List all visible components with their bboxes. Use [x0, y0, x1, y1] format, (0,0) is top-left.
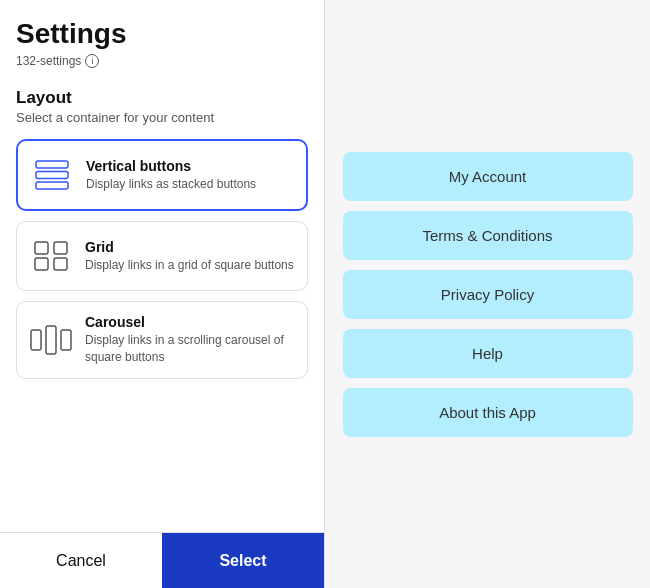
grid-option-desc: Display links in a grid of square button… — [85, 257, 294, 274]
svg-rect-9 — [61, 330, 71, 350]
layout-heading: Layout — [16, 88, 308, 108]
grid-option-text: Grid Display links in a grid of square b… — [85, 239, 294, 274]
preview-button[interactable]: Privacy Policy — [343, 270, 633, 319]
layout-option-grid[interactable]: Grid Display links in a grid of square b… — [16, 221, 308, 291]
grid-option-title: Grid — [85, 239, 294, 255]
grid-icon — [29, 234, 73, 278]
layout-subheading: Select a container for your content — [16, 110, 308, 125]
preview-buttons-container: My AccountTerms & ConditionsPrivacy Poli… — [343, 152, 633, 437]
preview-button[interactable]: Help — [343, 329, 633, 378]
preview-button[interactable]: My Account — [343, 152, 633, 201]
vertical-option-title: Vertical buttons — [86, 158, 256, 174]
svg-rect-1 — [36, 172, 68, 179]
carousel-icon — [29, 318, 73, 362]
carousel-option-desc: Display links in a scrolling carousel of… — [85, 332, 295, 366]
svg-rect-5 — [35, 258, 48, 270]
select-button[interactable]: Select — [162, 533, 324, 588]
info-icon[interactable]: i — [85, 54, 99, 68]
settings-id-row: 132-settings i — [16, 54, 308, 68]
vertical-option-desc: Display links as stacked buttons — [86, 176, 256, 193]
svg-rect-2 — [36, 182, 68, 189]
layout-option-vertical[interactable]: Vertical buttons Display links as stacke… — [16, 139, 308, 211]
right-panel: My AccountTerms & ConditionsPrivacy Poli… — [325, 0, 650, 588]
svg-rect-6 — [54, 258, 67, 270]
preview-button[interactable]: About this App — [343, 388, 633, 437]
svg-rect-4 — [54, 242, 67, 254]
left-content: Settings 132-settings i Layout Select a … — [0, 0, 324, 532]
svg-rect-7 — [31, 330, 41, 350]
vertical-buttons-icon — [30, 153, 74, 197]
page-title: Settings — [16, 18, 308, 50]
vertical-option-text: Vertical buttons Display links as stacke… — [86, 158, 256, 193]
bottom-bar: Cancel Select — [0, 532, 324, 588]
left-panel: Settings 132-settings i Layout Select a … — [0, 0, 325, 588]
svg-rect-3 — [35, 242, 48, 254]
carousel-option-title: Carousel — [85, 314, 295, 330]
svg-rect-8 — [46, 326, 56, 354]
settings-id-text: 132-settings — [16, 54, 81, 68]
carousel-option-text: Carousel Display links in a scrolling ca… — [85, 314, 295, 366]
layout-option-carousel[interactable]: Carousel Display links in a scrolling ca… — [16, 301, 308, 379]
svg-rect-0 — [36, 161, 68, 168]
preview-button[interactable]: Terms & Conditions — [343, 211, 633, 260]
cancel-button[interactable]: Cancel — [0, 533, 162, 588]
